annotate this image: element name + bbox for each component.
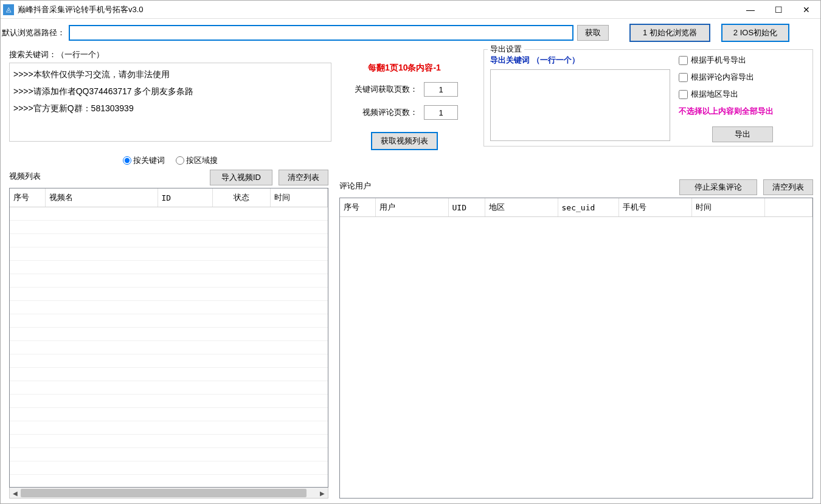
col-video-seq[interactable]: 序号 (10, 188, 45, 207)
table-row[interactable] (10, 381, 328, 395)
col-comment-phone[interactable]: 手机号 (618, 198, 691, 217)
export-legend: 导出设置 (488, 44, 524, 55)
search-legend: 搜索关键词：（一行一个） (9, 49, 471, 63)
check-export-content[interactable]: 根据评论内容导出 (679, 72, 806, 83)
table-row[interactable] (10, 368, 328, 381)
table-row[interactable] (10, 221, 328, 234)
window-title: 巅峰抖音采集评论转手机号拓客v3.0 (18, 4, 144, 15)
pagination-hint: 每翻1页10条内容-1 (368, 63, 441, 74)
table-row[interactable] (10, 461, 328, 475)
radio-by-region-label: 按区域搜 (186, 155, 218, 166)
table-row[interactable] (10, 261, 328, 274)
get-button[interactable]: 获取 (577, 25, 609, 41)
table-row[interactable] (10, 314, 328, 328)
clear-video-list-button[interactable]: 清空列表 (279, 170, 328, 185)
close-button[interactable]: ✕ (792, 1, 820, 19)
table-row[interactable] (10, 354, 328, 368)
comment-list-table[interactable]: 序号 用户 UID 地区 sec_uid 手机号 时间 (339, 198, 813, 499)
col-comment-seq[interactable]: 序号 (340, 198, 375, 217)
titlebar: ◬ 巅峰抖音采集评论转手机号拓客v3.0 — ☐ ✕ (1, 1, 820, 19)
export-all-hint: 不选择以上内容则全部导出 (679, 106, 806, 117)
app-icon: ◬ (3, 4, 14, 15)
check-export-region[interactable]: 根据地区导出 (679, 89, 806, 100)
col-video-time[interactable]: 时间 (270, 188, 328, 207)
keyword-pages-label: 关键词获取页数： (351, 84, 418, 95)
check-content-label: 根据评论内容导出 (691, 72, 754, 83)
col-comment-secuid[interactable]: sec_uid (558, 198, 618, 217)
export-button[interactable]: 导出 (712, 126, 773, 142)
table-row[interactable] (10, 274, 328, 288)
table-row[interactable] (10, 288, 328, 301)
table-row[interactable] (10, 247, 328, 261)
export-keywords-textarea[interactable] (490, 69, 670, 141)
check-export-phone[interactable]: 根据手机号导出 (679, 55, 806, 66)
comment-list-title: 评论用户 (339, 181, 371, 195)
table-row[interactable] (10, 408, 328, 421)
keywords-textarea[interactable] (9, 63, 331, 142)
col-comment-user[interactable]: 用户 (375, 198, 448, 217)
import-video-id-button[interactable]: 导入视频ID (210, 170, 272, 185)
stop-collect-button[interactable]: 停止采集评论 (679, 179, 757, 195)
table-row[interactable] (10, 234, 328, 247)
export-keyword-label: 导出关键词 （一行一个） (490, 55, 670, 66)
scroll-left-icon[interactable]: ◀ (10, 488, 21, 499)
col-video-id[interactable]: ID (158, 188, 212, 207)
browser-path-input[interactable] (69, 25, 573, 41)
ios-init-button[interactable]: 2 IOS初始化 (721, 24, 789, 42)
radio-by-keyword-label: 按关键词 (133, 155, 165, 166)
comment-pages-input[interactable] (424, 105, 458, 120)
table-row[interactable] (10, 328, 328, 341)
check-region-label: 根据地区导出 (691, 89, 738, 100)
radio-by-region[interactable]: 按区域搜 (176, 155, 218, 166)
table-row[interactable] (10, 341, 328, 354)
col-video-status[interactable]: 状态 (212, 188, 270, 207)
table-row[interactable] (10, 421, 328, 435)
col-video-name[interactable]: 视频名 (45, 188, 158, 207)
table-row[interactable] (10, 448, 328, 461)
search-keywords-fieldset: 搜索关键词：（一行一个） 每翻1页10条内容-1 关键词获取页数： 视频评论页数… (9, 49, 471, 150)
init-browser-button[interactable]: 1 初始化浏览器 (629, 24, 710, 42)
maximize-button[interactable]: ☐ (764, 1, 792, 19)
export-settings-fieldset: 导出设置 导出关键词 （一行一个） 根据手机号导出 (483, 49, 813, 147)
table-row[interactable] (10, 435, 328, 448)
scroll-thumb[interactable] (21, 489, 307, 497)
col-comment-region[interactable]: 地区 (485, 198, 558, 217)
table-row[interactable] (10, 301, 328, 314)
col-comment-time[interactable]: 时间 (691, 198, 764, 217)
video-list-hscrollbar[interactable]: ◀ ▶ (9, 488, 328, 499)
get-video-list-button[interactable]: 获取视频列表 (371, 132, 438, 150)
video-list-table[interactable]: 序号 视频名 ID 状态 时间 (9, 188, 328, 488)
check-phone-label: 根据手机号导出 (691, 55, 746, 66)
clear-comment-list-button[interactable]: 清空列表 (763, 179, 813, 195)
table-row[interactable] (10, 395, 328, 408)
keyword-pages-input[interactable] (424, 82, 458, 97)
col-comment-uid[interactable]: UID (448, 198, 485, 217)
minimize-button[interactable]: — (736, 1, 764, 19)
comment-pages-label: 视频评论页数： (351, 107, 418, 118)
browser-path-label: 默认浏览器路径： (1, 27, 65, 38)
scroll-right-icon[interactable]: ▶ (317, 488, 328, 499)
radio-by-keyword[interactable]: 按关键词 (123, 155, 165, 166)
table-row[interactable] (10, 207, 328, 221)
video-list-title: 视频列表 (9, 171, 41, 185)
col-comment-extra[interactable] (764, 198, 812, 217)
